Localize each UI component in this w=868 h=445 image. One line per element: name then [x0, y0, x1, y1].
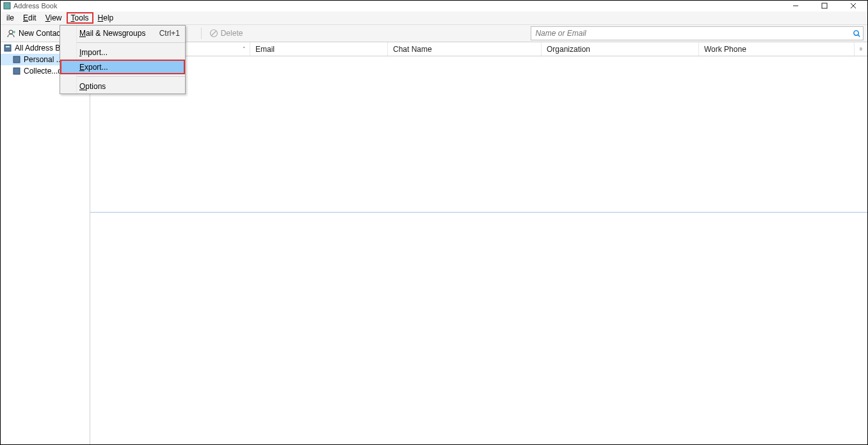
- menubar: ile Edit View Tools Help: [1, 12, 867, 25]
- menu-separator: [60, 42, 185, 43]
- sidebar: All Address B Personal .. Collecte...c: [1, 42, 90, 444]
- maximize-button[interactable]: [810, 1, 839, 12]
- menu-item-label: Import...: [79, 48, 108, 57]
- window-title: Address Book: [13, 2, 781, 10]
- column-headers: ˄ Email Chat Name Organization Work Phon…: [90, 42, 867, 56]
- book-icon: [12, 56, 21, 63]
- new-contact-button[interactable]: New Contact: [3, 28, 67, 39]
- menu-item-mail-newsgroups[interactable]: Mail & Newsgroups Ctrl+1: [60, 26, 185, 40]
- close-button[interactable]: [839, 1, 867, 12]
- title-bar: Address Book: [1, 1, 867, 12]
- menu-view[interactable]: View: [41, 12, 67, 24]
- menu-item-export[interactable]: Export...: [60, 60, 185, 74]
- menu-help[interactable]: Help: [93, 12, 118, 24]
- addressbook-icon: [3, 44, 12, 52]
- search-icon[interactable]: [850, 29, 863, 38]
- svg-point-5: [9, 30, 13, 34]
- content-area: ˄ Email Chat Name Organization Work Phon…: [90, 42, 867, 444]
- contact-list[interactable]: [90, 56, 867, 213]
- menu-item-label: Export...: [79, 63, 108, 72]
- main-area: All Address B Personal .. Collecte...c ˄…: [1, 42, 867, 444]
- sidebar-root-label: All Address B: [15, 44, 60, 53]
- svg-point-10: [853, 30, 858, 35]
- menu-item-options[interactable]: Options: [60, 79, 185, 93]
- menu-item-label: Mail & Newsgroups: [79, 29, 145, 38]
- svg-rect-12: [4, 45, 11, 51]
- menu-item-label: Options: [79, 82, 106, 91]
- svg-line-11: [858, 35, 860, 36]
- column-chat[interactable]: Chat Name: [388, 42, 542, 56]
- detail-pane: [90, 213, 867, 444]
- column-organization[interactable]: Organization: [542, 42, 699, 56]
- tools-dropdown: Mail & Newsgroups Ctrl+1 Import... Expor…: [60, 25, 186, 94]
- svg-line-9: [211, 31, 216, 36]
- search-input[interactable]: [531, 28, 850, 39]
- app-icon: [3, 2, 11, 10]
- svg-rect-0: [4, 3, 10, 9]
- menu-tools[interactable]: Tools: [67, 12, 93, 24]
- minimize-button[interactable]: [781, 1, 810, 12]
- new-contact-label: New Contact: [19, 29, 63, 38]
- delete-label: Delete: [221, 29, 243, 38]
- toolbar-separator: [201, 28, 202, 39]
- column-picker-button[interactable]: [855, 42, 867, 56]
- svg-rect-13: [6, 46, 10, 47]
- new-contact-icon: [7, 29, 16, 38]
- book-icon: [12, 67, 21, 75]
- column-email[interactable]: Email: [250, 42, 388, 56]
- svg-rect-15: [13, 68, 20, 74]
- menu-item-import[interactable]: Import...: [60, 45, 185, 60]
- sidebar-item-label: Collecte...c: [24, 67, 61, 76]
- delete-button[interactable]: Delete: [205, 28, 247, 39]
- menu-item-shortcut: Ctrl+1: [159, 29, 180, 38]
- menu-separator: [60, 76, 185, 77]
- svg-rect-14: [13, 56, 20, 63]
- sidebar-item-label: Personal ..: [24, 55, 60, 64]
- search-box[interactable]: [531, 26, 864, 40]
- delete-icon: [209, 29, 218, 38]
- menu-edit[interactable]: Edit: [19, 12, 41, 24]
- menu-file[interactable]: ile: [2, 12, 19, 24]
- sort-ascending-icon: ˄: [243, 46, 246, 53]
- column-workphone[interactable]: Work Phone: [699, 42, 855, 56]
- svg-rect-2: [822, 3, 827, 8]
